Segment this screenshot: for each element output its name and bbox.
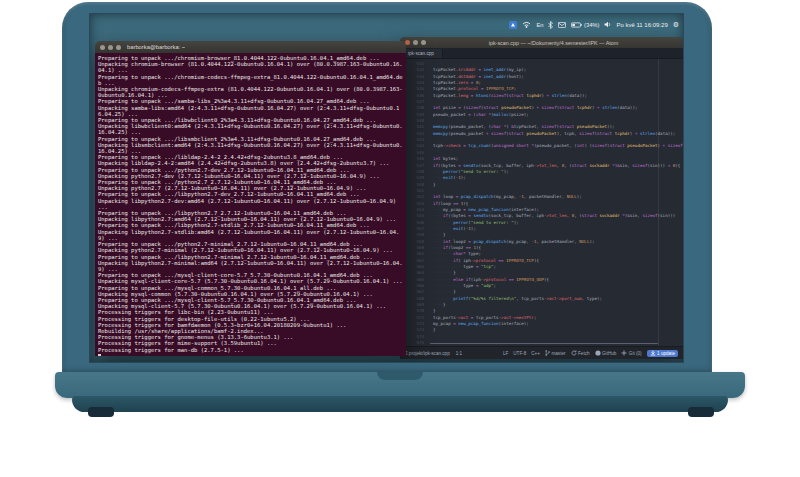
terminal-line: Unpacking samba-libs:amd64 (2:4.3.11+dfs… <box>98 105 403 117</box>
laptop-mockup: En(34%)Po kvě 11 16:09:29⚙ ipk-scan.cpp … <box>0 0 800 477</box>
terminal-line: Preparing to unpack .../samba-libs_2%3a4… <box>98 98 403 104</box>
terminal-line: Unpacking libpython2.7-stdlib:amd64 (2.7… <box>98 229 403 241</box>
code-lines: 531532tcpPacket.srcAddr = inet_addr(my_i… <box>400 61 683 346</box>
tab-ipk-scan[interactable]: ipk-scan.cpp <box>400 49 443 58</box>
horizontal-scrollbar[interactable] <box>430 343 658 345</box>
mail-icon[interactable] <box>558 22 566 28</box>
encoding-selector[interactable]: UTF-8 <box>513 351 526 356</box>
window-minimize-button[interactable] <box>413 40 418 45</box>
wrap-guide-line <box>658 59 659 346</box>
github-panel-button[interactable]: GitHub <box>595 350 617 356</box>
session-gear-icon[interactable]: ⚙ <box>673 21 679 28</box>
tab-bar: ipk-scan.cpp <box>400 48 683 59</box>
git-fetch-button[interactable]: Fetch <box>571 350 590 356</box>
window-maximize-button[interactable] <box>116 45 121 50</box>
window-minimize-button[interactable] <box>108 45 113 50</box>
terminal-line: Unpacking libsmbclient:amd64 (2:4.3.11+d… <box>98 142 403 154</box>
laptop-lid-notch <box>377 372 423 380</box>
terminal-line: Unpacking mysql-common (5.7.30-0ubuntu0.… <box>98 291 403 297</box>
clock[interactable]: Po kvě 11 16:09:29 <box>616 22 667 28</box>
grammar-selector[interactable]: C++ <box>531 351 540 356</box>
terminal-line: Preparing to unpack .../libpython2.7-min… <box>98 254 403 260</box>
window-maximize-button[interactable] <box>421 40 426 45</box>
screen-desktop: En(34%)Po kvě 11 16:09:29⚙ ipk-scan.cpp … <box>90 14 683 362</box>
terminal-line: Preparing to unpack .../libpython2.7-dev… <box>98 191 403 197</box>
laptop-base-bottom <box>72 396 728 412</box>
battery-icon[interactable]: (34%) <box>571 22 599 28</box>
network-wifi-icon[interactable] <box>522 21 531 28</box>
terminal-line: Preparing to unpack .../libsmbclient_2%3… <box>98 136 403 142</box>
status-file-path[interactable]: 2.projekt/ipk-scan.cpp <box>405 351 450 356</box>
atom-window: ipk-scan.cpp — ~/Dokumenty/4.semester/IP… <box>400 37 683 359</box>
terminal-line: Unpacking libwbclient0:amd64 (2:4.3.11+d… <box>98 123 403 135</box>
window-close-button[interactable] <box>100 45 105 50</box>
terminal-line: Unpacking python2.7-minimal (2.7.12-1ubu… <box>98 247 403 253</box>
terminal-line: Unpacking chromium-browser (81.0.4044.12… <box>98 61 403 73</box>
terminal-line: Processing triggers for man-db (2.7.5-1)… <box>98 347 403 353</box>
terminal-line: Unpacking libldap-2.4-2:amd64 (2.4.42+df… <box>98 160 403 166</box>
update-badge[interactable]: 1 update <box>647 350 678 357</box>
atom-titlebar: ipk-scan.cpp — ~/Dokumenty/4.semester/IP… <box>400 37 683 48</box>
git-panel-button[interactable]: Git (0) <box>621 350 641 356</box>
terminal-line: Unpacking libpython2.7-minimal:amd64 (2.… <box>98 260 403 272</box>
volume-icon[interactable] <box>604 21 611 28</box>
terminal-cursor <box>98 354 101 356</box>
terminal-line: Unpacking mysql-client-core-5.7 (5.7.30-… <box>98 278 403 284</box>
status-bar: 2.projekt/ipk-scan.cpp 1:1 LFUTF-8C++mas… <box>400 346 683 359</box>
git-branch[interactable]: master <box>545 350 566 356</box>
top-panel-indicators: En(34%)Po kvě 11 16:09:29⚙ <box>509 18 679 31</box>
terminal-line: Preparing to unpack .../chromium-codecs-… <box>98 74 403 86</box>
terminal-output[interactable]: Preparing to unpack .../chromium-browser… <box>95 53 406 356</box>
laptop-base <box>55 372 745 398</box>
terminal-line: Preparing to unpack .../libpython2.7-std… <box>98 222 403 228</box>
laptop-lid: En(34%)Po kvě 11 16:09:29⚙ ipk-scan.cpp … <box>62 2 712 374</box>
app-indicator-icon[interactable] <box>509 21 517 29</box>
keyboard-layout-indicator[interactable]: En <box>536 22 543 28</box>
window-title: ipk-scan.cpp — ~/Dokumenty/4.semester/IP… <box>429 40 678 46</box>
terminal-line: Unpacking libpython2.7-dev:amd64 (2.7.12… <box>98 198 403 210</box>
terminal-window: barborka@barborka: ~ Preparing to unpack… <box>95 41 406 356</box>
terminal-titlebar: barborka@barborka: ~ <box>95 41 406 53</box>
line-ending-selector[interactable]: LF <box>503 351 508 356</box>
terminal-title: barborka@barborka: ~ <box>127 44 185 50</box>
code-editor-pane[interactable]: 531532tcpPacket.srcAddr = inet_addr(my_i… <box>400 59 683 346</box>
laptop-foot-left <box>88 407 114 417</box>
status-right-items: LFUTF-8C++masterFetchGitHubGit (0)1 upda… <box>503 350 678 357</box>
bluetooth-icon[interactable] <box>548 21 553 29</box>
laptop-foot-right <box>688 407 714 417</box>
terminal-line: Unpacking chromium-codecs-ffmpeg-extra (… <box>98 86 403 98</box>
status-cursor-position[interactable]: 1:1 <box>456 351 462 356</box>
